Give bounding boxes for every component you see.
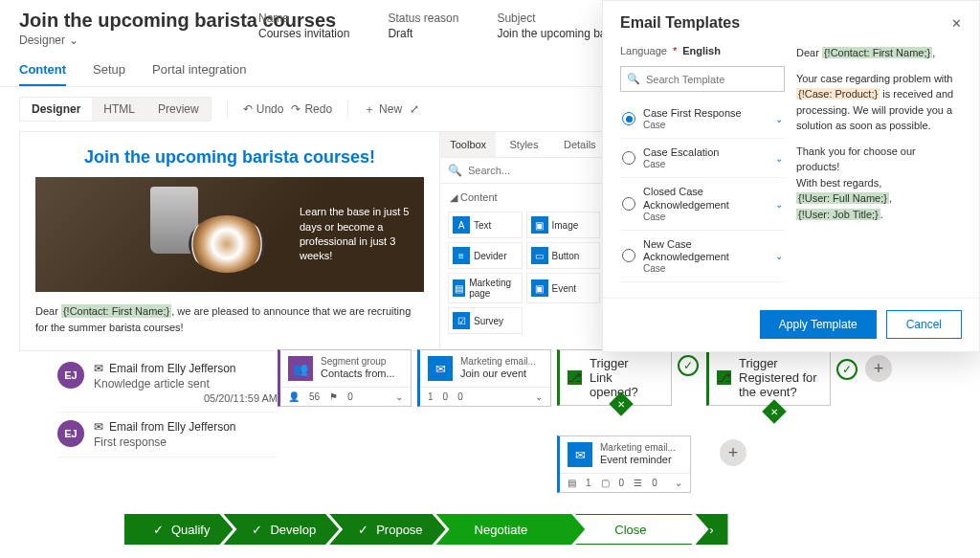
text-icon: A — [453, 216, 470, 234]
template-preview: Dear {!Contact: First Name;}, Your case … — [796, 45, 962, 284]
canvas-title: Join the upcoming barista courses! — [35, 147, 424, 167]
stage-close[interactable]: Close — [575, 514, 704, 545]
toolbox-item-text[interactable]: AText — [448, 212, 523, 238]
mail-icon: ✉ — [568, 442, 592, 467]
email-templates-modal: Email Templates ✕ Language * English 🔍 C… — [602, 0, 980, 352]
people-icon: 👤 — [288, 391, 300, 402]
canvas-hero-image: Learn the base in just 5 days or become … — [35, 177, 424, 292]
toolbox-item-event[interactable]: ▣Event — [526, 273, 601, 303]
check-icon: ✓ — [153, 523, 164, 537]
check-icon: ✓ — [252, 523, 262, 537]
template-item[interactable]: Case First ResponseCase ⌄ — [620, 100, 785, 139]
process-bar: ✓Qualify ✓Develop ✓Propose Negotiate Clo… — [124, 514, 728, 545]
mail-icon: ✉ — [94, 420, 103, 434]
redo-button[interactable]: ↷Redo — [291, 102, 332, 116]
toolbox-section-content[interactable]: ◢ Content — [440, 184, 608, 212]
journey-trigger-card[interactable]: ⎇ TriggerRegistered for the event? — [706, 349, 831, 406]
check-icon: ✓ — [358, 523, 368, 537]
view-html[interactable]: HTML — [92, 98, 146, 121]
add-step-button[interactable]: + — [720, 439, 746, 466]
undo-icon: ↶ — [243, 102, 253, 116]
stage-develop[interactable]: ✓Develop — [223, 514, 339, 545]
template-item[interactable]: Case EscalationCase ⌄ — [620, 139, 785, 178]
radio-icon[interactable] — [622, 151, 635, 165]
plus-icon: ＋ — [364, 101, 375, 118]
apply-template-button[interactable]: Apply Template — [760, 310, 877, 339]
toolbox-tab-toolbox[interactable]: Toolbox — [440, 132, 496, 157]
trigger-icon: ⎇ — [568, 370, 582, 385]
language-label: Language — [620, 45, 667, 56]
meta-status: Status reason Draft — [388, 11, 458, 40]
expand-button[interactable]: ⤢ — [410, 102, 419, 116]
trigger-icon: ⎇ — [717, 370, 731, 385]
language-select[interactable]: English — [682, 45, 721, 56]
modal-title: Email Templates — [620, 14, 740, 32]
mail-icon: ✉ — [94, 362, 103, 375]
template-item[interactable]: Closed Case AcknowledgementCase ⌄ — [620, 178, 785, 230]
canvas-body: Dear {!Contact: First Name;}, we are ple… — [35, 303, 424, 335]
redo-icon: ↷ — [291, 102, 301, 116]
event-icon: ▣ — [531, 279, 548, 297]
timeline-item[interactable]: EJ ✉Email from Elly Jefferson Knowledge … — [57, 354, 278, 413]
journey-email-card[interactable]: ✉ Marketing email...Event reminder ▤1▢0☰… — [557, 435, 691, 493]
tab-setup[interactable]: Setup — [93, 62, 125, 86]
toolbox-item-button[interactable]: ▭Button — [526, 242, 601, 269]
stage-propose[interactable]: ✓Propose — [329, 514, 445, 545]
toolbox-search[interactable]: 🔍 — [440, 158, 608, 184]
chevron-down-icon[interactable]: ⌄ — [775, 153, 783, 164]
tab-content[interactable]: Content — [19, 62, 66, 86]
meta-name: Name Courses invitation — [258, 11, 349, 40]
image-icon: ▣ — [531, 216, 548, 234]
toolbox-search-input[interactable] — [468, 165, 600, 176]
view-designer[interactable]: Designer — [20, 98, 92, 121]
close-icon: ✕ — [951, 16, 962, 31]
button-icon: ▭ — [531, 247, 548, 264]
avatar: EJ — [57, 420, 84, 447]
stage-negotiate[interactable]: Negotiate — [436, 514, 586, 545]
tab-portal[interactable]: Portal integration — [152, 62, 246, 86]
toolbox-item-image[interactable]: ▣Image — [526, 212, 601, 238]
template-search-input[interactable] — [646, 74, 778, 85]
new-button[interactable]: ＋New — [364, 101, 402, 118]
journey-email-card[interactable]: ✉ Marketing email...Join our event 100⌄ — [417, 349, 551, 407]
avatar: EJ — [57, 362, 84, 389]
flag-icon: ⚑ — [329, 391, 338, 402]
chevron-down-icon[interactable]: ⌄ — [775, 251, 783, 261]
chevron-down-icon[interactable]: ⌄ — [675, 478, 682, 488]
template-search[interactable]: 🔍 — [620, 66, 785, 92]
template-item[interactable]: New Case AcknowledgementCase ⌄ — [620, 231, 785, 282]
expand-icon: ⤢ — [410, 102, 419, 116]
check-icon: ✓ — [678, 355, 699, 376]
check-icon: ✓ — [836, 359, 858, 380]
search-icon: 🔍 — [627, 73, 640, 85]
divider-icon: ≡ — [453, 247, 470, 264]
chevron-down-icon[interactable]: ⌄ — [535, 391, 543, 402]
toolbox-tab-styles[interactable]: Styles — [496, 132, 551, 157]
toolbox-tab-details[interactable]: Details — [552, 132, 608, 157]
radio-icon[interactable] — [622, 197, 635, 211]
search-icon: 🔍 — [448, 164, 462, 177]
stage-qualify[interactable]: ✓Qualify — [124, 514, 233, 545]
timeline-item[interactable]: EJ ✉Email from Elly Jefferson First resp… — [57, 413, 278, 458]
add-step-button[interactable]: + — [865, 355, 892, 382]
merge-token: {!Contact: First Name;} — [61, 304, 171, 318]
toolbox-item-divider[interactable]: ≡Devider — [448, 242, 523, 269]
chevron-down-icon[interactable]: ⌄ — [775, 114, 783, 124]
chevron-down-icon[interactable]: ⌄ — [775, 199, 783, 210]
chevron-right-icon: › — [709, 523, 713, 537]
view-preview[interactable]: Preview — [146, 98, 211, 121]
mail-icon: ✉ — [428, 356, 453, 381]
toolbox-item-marketing[interactable]: ▤Marketing page — [448, 273, 523, 303]
close-button[interactable]: ✕ — [951, 16, 962, 31]
undo-button[interactable]: ↶Undo — [243, 102, 284, 116]
radio-icon[interactable] — [622, 249, 635, 262]
journey-segment-card[interactable]: 👥 Segment groupContacts from... 👤56⚑0⌄ — [278, 349, 412, 407]
chevron-down-icon[interactable]: ⌄ — [395, 391, 403, 402]
page-icon: ▤ — [453, 279, 465, 297]
toolbox-item-survey[interactable]: ☑Survey — [448, 307, 523, 334]
email-canvas[interactable]: Join the upcoming barista courses! Learn… — [19, 131, 440, 351]
cancel-button[interactable]: Cancel — [886, 310, 962, 339]
radio-icon[interactable] — [622, 112, 635, 125]
chevron-down-icon: ⌄ — [69, 33, 78, 47]
segment-icon: 👥 — [288, 356, 313, 381]
